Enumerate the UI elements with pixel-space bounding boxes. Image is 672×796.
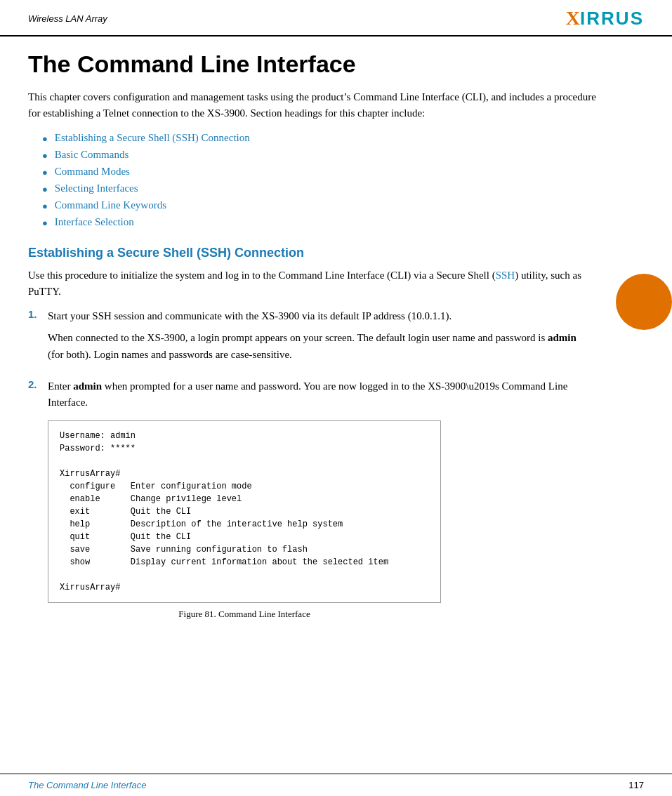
main-content: The Command Line Interface This chapter … [0, 37, 672, 665]
terminal-line-8: help Description of the interactive help… [60, 518, 429, 531]
page-header: Wireless LAN Array XIRRUS [0, 0, 672, 37]
terminal-line-5: configure Enter configuration mode [60, 480, 429, 493]
steps-list: 1. Start your SSH session and communicat… [28, 308, 644, 627]
ssh-link[interactable]: Establishing a Secure Shell (SSH) Connec… [55, 132, 250, 144]
list-item-interface-sel[interactable]: Interface Selection [42, 216, 644, 229]
admin-bold: admin [548, 332, 577, 343]
footer-left: The Command Line Interface [28, 780, 146, 790]
terminal-line-4: XirrusArray# [60, 467, 429, 480]
ssh-inline-link[interactable]: SSH [496, 270, 515, 281]
figure-caption: Figure 81. Command Line Interface [48, 607, 441, 621]
terminal-line-7: exit Quit the CLI [60, 505, 429, 518]
header-title: Wireless LAN Array [28, 13, 107, 24]
section1-intro: Use this procedure to initialize the sys… [28, 267, 604, 300]
step-2-number: 2. [28, 378, 48, 390]
keywords-link[interactable]: Command Line Keywords [55, 199, 166, 211]
page-footer: The Command Line Interface 117 [0, 774, 672, 796]
list-item-keywords[interactable]: Command Line Keywords [42, 199, 644, 212]
step-1-content: Start your SSH session and communicate w… [48, 308, 581, 369]
terminal-box: Username: admin Password: ***** XirrusAr… [48, 420, 441, 603]
terminal-line-11: show Display current information about t… [60, 556, 429, 569]
step-2-para1: Enter admin when prompted for a user nam… [48, 378, 581, 411]
logo-x: X [566, 7, 580, 29]
terminal-line-9: quit Quit the CLI [60, 531, 429, 543]
section1-heading: Establishing a Secure Shell (SSH) Connec… [28, 246, 644, 260]
decorative-circle [616, 274, 672, 330]
list-item-selecting[interactable]: Selecting Interfaces [42, 183, 644, 195]
terminal-line-6: enable Change privilege level [60, 493, 429, 505]
step-1-para1: Start your SSH session and communicate w… [48, 308, 581, 324]
list-item-modes[interactable]: Command Modes [42, 166, 644, 178]
command-modes-link[interactable]: Command Modes [55, 166, 130, 178]
section-list: Establishing a Secure Shell (SSH) Connec… [42, 132, 644, 229]
step-2-content: Enter admin when prompted for a user nam… [48, 378, 581, 628]
step-1-number: 1. [28, 308, 48, 320]
terminal-line-1: Username: admin [60, 430, 429, 442]
admin-bold-2: admin [73, 380, 102, 392]
interface-selection-link[interactable]: Interface Selection [55, 216, 134, 228]
list-item-basic[interactable]: Basic Commands [42, 149, 644, 161]
terminal-line-10: save Save running configuration to flash [60, 543, 429, 556]
footer-page-number: 117 [628, 780, 644, 790]
terminal-line-3 [60, 455, 429, 467]
step-1: 1. Start your SSH session and communicat… [28, 308, 644, 369]
logo-text: IRRUS [580, 8, 644, 29]
intro-paragraph: This chapter covers configuration and ma… [28, 89, 604, 122]
step-2: 2. Enter admin when prompted for a user … [28, 378, 644, 628]
terminal-line-12 [60, 569, 429, 581]
basic-commands-link[interactable]: Basic Commands [55, 149, 129, 161]
logo: XIRRUS [566, 7, 644, 29]
terminal-line-13: XirrusArray# [60, 581, 429, 594]
step-1-para2: When connected to the XS-3900, a login p… [48, 330, 581, 363]
selecting-interfaces-link[interactable]: Selecting Interfaces [55, 183, 138, 194]
list-item-ssh[interactable]: Establishing a Secure Shell (SSH) Connec… [42, 132, 644, 145]
terminal-line-2: Password: ***** [60, 442, 429, 455]
page-title: The Command Line Interface [28, 51, 644, 78]
